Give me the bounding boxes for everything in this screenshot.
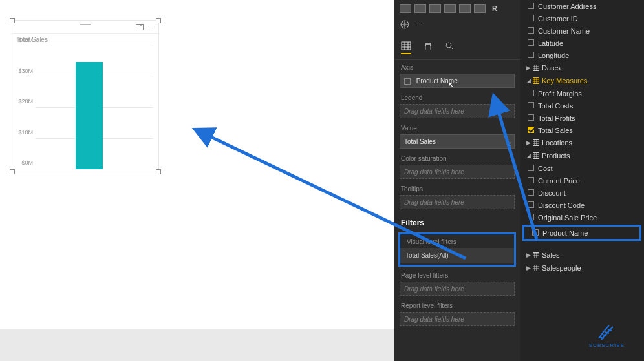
value-field-well[interactable]: Total Sales ✕ [400, 134, 515, 149]
table-icon [533, 265, 539, 271]
table-label: Salespeople [542, 264, 581, 272]
legend-label: Legend [394, 90, 520, 103]
table-salespeople[interactable]: ▶ Salespeople [520, 262, 644, 274]
svg-rect-9 [533, 253, 539, 258]
viz-type-thumb[interactable] [429, 4, 441, 13]
resize-handle-tl[interactable] [10, 18, 15, 23]
format-tab-icon[interactable] [423, 41, 433, 54]
viz-type-thumb[interactable] [444, 4, 456, 13]
axis-label: Axis [394, 60, 520, 72]
caret-right-icon: ▶ [525, 139, 531, 146]
field-label: Customer Name [538, 27, 590, 35]
more-options-icon[interactable]: ⋯ [147, 23, 155, 31]
field-row[interactable]: Customer Address [520, 0, 644, 12]
ellipsis-icon[interactable]: ⋯ [416, 21, 424, 30]
remove-field-icon[interactable]: ✕ [506, 138, 511, 152]
checkbox-icon[interactable] [528, 39, 534, 46]
field-label: Longitude [538, 52, 569, 59]
field-row[interactable]: Customer ID [520, 12, 644, 25]
svg-rect-3 [425, 43, 431, 45]
viz-type-thumb[interactable] [459, 4, 471, 13]
tooltips-well[interactable]: Drag data fields here [400, 195, 515, 209]
viz-type-thumb[interactable] [414, 4, 426, 13]
analytics-tab-icon[interactable] [445, 41, 455, 54]
viz-type-thumb[interactable] [400, 4, 411, 13]
checkbox-icon[interactable] [528, 52, 534, 58]
field-row[interactable]: Profit Margins [520, 87, 644, 99]
color-saturation-well[interactable]: Drag data fields here [400, 165, 515, 179]
viz-type-r-script[interactable]: R [489, 4, 500, 13]
field-label: Cost [538, 165, 553, 172]
field-row[interactable]: Customer Name [520, 25, 644, 37]
checkbox-icon[interactable] [528, 27, 534, 34]
globe-icon[interactable] [400, 19, 410, 31]
focus-mode-icon[interactable] [136, 24, 144, 30]
field-row[interactable]: Discount [520, 187, 644, 199]
checkbox-icon[interactable] [528, 127, 534, 133]
field-row[interactable]: Original Sale Price [520, 211, 644, 223]
svg-rect-0 [136, 24, 144, 30]
table-icon [533, 139, 539, 146]
checkbox-icon[interactable] [528, 214, 534, 220]
resize-handle-tr[interactable] [156, 18, 161, 23]
field-row[interactable]: Total Sales [520, 124, 644, 136]
checkbox-icon[interactable] [532, 229, 539, 236]
checkbox-icon[interactable] [528, 201, 534, 208]
svg-rect-10 [533, 265, 539, 271]
pane-tabs [394, 36, 520, 60]
checkbox-icon[interactable] [528, 165, 534, 171]
field-label: Total Profits [538, 114, 575, 122]
field-label: Product Name [542, 229, 588, 237]
fields-tab-icon[interactable] [401, 41, 411, 54]
field-row[interactable]: Longitude [520, 49, 644, 61]
report-canvas[interactable]: ⋯ Total Sales $0M $10M $20M $30M $40M [0, 0, 394, 329]
table-key-measures[interactable]: ◢ Key Measures [520, 74, 644, 87]
axis-field-text: Product Name [416, 77, 458, 85]
visual-filter-item[interactable]: Total Sales(All) [400, 248, 514, 263]
checkbox-icon[interactable] [528, 114, 534, 121]
color-saturation-label: Color saturation [394, 151, 520, 163]
chart-body: Total Sales $0M $10M $20M $30M $40M [12, 34, 158, 172]
checkbox-icon[interactable] [528, 3, 534, 9]
table-icon [533, 77, 539, 84]
field-row[interactable]: Total Profits [520, 112, 644, 124]
page-level-filters-label: Page level filters [394, 268, 520, 280]
fields-panel: Customer AddressCustomer IDCustomer Name… [520, 0, 644, 361]
caret-down-icon: ◢ [525, 152, 531, 159]
plot-area: $0M $10M $20M $30M $40M [36, 46, 153, 169]
axis-field-well[interactable]: Product Name ↖ [400, 74, 515, 88]
report-filters-well[interactable]: Drag data fields here [400, 312, 515, 326]
checkbox-icon[interactable] [528, 102, 534, 108]
svg-rect-5 [533, 65, 539, 71]
field-row[interactable]: Cost [520, 162, 644, 174]
drag-handle-icon[interactable] [80, 23, 91, 25]
field-row[interactable]: Total Costs [520, 99, 644, 112]
chart-visual[interactable]: ⋯ Total Sales $0M $10M $20M $30M $40M [12, 20, 159, 172]
svg-rect-7 [533, 140, 539, 146]
page-filters-well[interactable]: Drag data fields here [400, 282, 515, 296]
checkbox-icon[interactable] [528, 189, 534, 196]
caret-right-icon: ▶ [525, 65, 531, 71]
field-row[interactable]: Discount Code [520, 199, 644, 211]
checkbox-icon[interactable] [528, 90, 534, 96]
product-name-highlight: Product Name [522, 225, 641, 241]
table-products[interactable]: ◢ Products [520, 149, 644, 162]
table-label: Dates [542, 64, 561, 72]
field-row[interactable]: Latitude [520, 37, 644, 49]
viz-type-thumb[interactable] [474, 4, 486, 13]
legend-field-well[interactable]: Drag data fields here [400, 104, 515, 118]
svg-rect-2 [402, 42, 411, 50]
field-product-name[interactable]: Product Name [524, 227, 639, 239]
field-label: Customer Address [538, 3, 596, 10]
table-icon [533, 65, 539, 71]
caret-right-icon: ▶ [525, 265, 531, 271]
checkbox-icon[interactable] [528, 15, 534, 21]
table-sales[interactable]: ▶ Sales [520, 249, 644, 262]
y-tick: $20M [14, 98, 33, 105]
field-row[interactable]: Current Price [520, 174, 644, 187]
bar-total-sales[interactable] [76, 62, 103, 169]
table-dates[interactable]: ▶ Dates [520, 61, 644, 74]
table-locations[interactable]: ▶ Locations [520, 136, 644, 149]
checkbox-icon[interactable] [528, 177, 534, 183]
subscribe-logo[interactable]: SUBSCRIBE [589, 322, 625, 348]
